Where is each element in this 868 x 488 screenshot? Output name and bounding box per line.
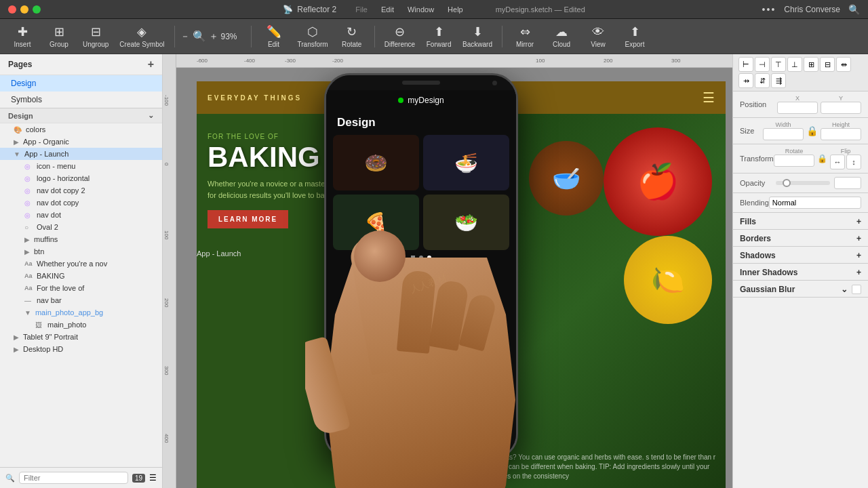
flip-h-button[interactable]: ↔ xyxy=(830,155,845,169)
layer-btn[interactable]: ▶ btn xyxy=(0,245,162,258)
ruler-mark: 200 xyxy=(604,58,612,64)
align-center-h-button[interactable]: ⊣ xyxy=(755,57,770,72)
search-icon[interactable]: 🔍 xyxy=(848,4,860,15)
layer-label: btn xyxy=(34,247,44,256)
page-design[interactable]: Design xyxy=(0,75,162,92)
collapse-icon[interactable]: ▼ xyxy=(24,309,31,317)
layer-app-launch[interactable]: ▼ App - Launch xyxy=(0,148,162,160)
view-button[interactable]: 👁 View xyxy=(581,22,615,52)
page-symbols[interactable]: Symbols xyxy=(0,92,162,108)
menu-edit[interactable]: Edit xyxy=(381,5,394,14)
close-dot[interactable] xyxy=(8,5,16,14)
layer-nav-dot[interactable]: ◎ nav dot xyxy=(0,209,162,221)
size-height-input[interactable] xyxy=(821,128,861,140)
backward-button[interactable]: ⬇ Backward xyxy=(458,22,496,52)
cloud-button[interactable]: ☁ Cloud xyxy=(545,22,578,52)
fills-add-icon[interactable]: + xyxy=(856,217,861,226)
opacity-input[interactable] xyxy=(834,177,861,189)
blending-select[interactable]: Normal xyxy=(769,197,861,209)
expand-icon[interactable]: ▶ xyxy=(14,333,19,341)
layer-mode-icon[interactable]: ☰ xyxy=(149,473,157,483)
distribute-center-button[interactable]: ⇶ xyxy=(771,73,786,88)
layer-nav-dot-copy[interactable]: ◎ nav dot copy xyxy=(0,197,162,209)
distribute-h-button[interactable]: ⇹ xyxy=(836,57,851,72)
add-page-button[interactable]: + xyxy=(148,58,154,70)
flip-label: Flip xyxy=(830,148,861,155)
rotate-input[interactable] xyxy=(774,155,814,167)
edit-icon: ✏️ xyxy=(267,24,281,39)
rotate-button[interactable]: ↻ Rotate xyxy=(335,22,369,52)
hero-cta-button[interactable]: LEARN MORE xyxy=(208,210,288,228)
layer-text-whether[interactable]: Aa Whether you're a nov xyxy=(0,258,162,270)
minimize-dot[interactable] xyxy=(20,5,28,14)
expand-icon[interactable]: ▶ xyxy=(24,236,30,243)
gaussian-blur-dropdown-icon[interactable]: ⌄ xyxy=(841,285,848,294)
shadows-header[interactable]: Shadows + xyxy=(733,247,868,263)
layer-desktop[interactable]: ▶ Desktop HD xyxy=(0,343,162,355)
difference-button[interactable]: ⊖ Difference xyxy=(380,22,419,52)
transform-button[interactable]: ⬡ Transform xyxy=(294,22,332,52)
distribute-v-button[interactable]: ⇸ xyxy=(738,73,753,88)
group-button[interactable]: ⊞ Group xyxy=(42,22,76,52)
layers-collapse[interactable]: ⌄ xyxy=(148,111,154,120)
inner-shadows-header[interactable]: Inner Shadows + xyxy=(733,264,868,280)
export-button[interactable]: ⬆ Export xyxy=(618,22,652,52)
borders-header[interactable]: Borders + xyxy=(733,230,868,246)
menu-file[interactable]: File xyxy=(355,5,368,14)
phone-speaker xyxy=(402,81,440,85)
edit-button[interactable]: ✏️ Edit xyxy=(257,22,291,52)
menu-help[interactable]: Help xyxy=(448,5,463,14)
mirror-button[interactable]: ⇔ Mirror xyxy=(508,22,542,52)
ungroup-button[interactable]: ⊟ Ungroup xyxy=(79,22,113,52)
canvas-area[interactable]: -600 -400 -300 -200 100 200 300 -100 0 1… xyxy=(163,54,732,488)
align-center-v-button[interactable]: ⊞ xyxy=(804,57,818,72)
layer-text-baking[interactable]: Aa BAKING xyxy=(0,270,162,282)
layer-colors[interactable]: 🎨 colors xyxy=(0,123,162,136)
inner-shadows-add-icon[interactable]: + xyxy=(856,268,861,277)
zoom-out-icon[interactable]: － xyxy=(180,30,190,43)
expand-icon[interactable]: ▶ xyxy=(14,346,19,353)
gaussian-blur-checkbox[interactable] xyxy=(852,285,861,294)
expand-icon[interactable]: ▶ xyxy=(24,248,30,256)
layer-tablet[interactable]: ▶ Tablet 9" Portrait xyxy=(0,331,162,343)
layer-logo[interactable]: ◎ logo - horizontal xyxy=(0,172,162,184)
opacity-slider[interactable] xyxy=(776,181,830,185)
layer-text-forthe[interactable]: Aa For the love of xyxy=(0,282,162,294)
layer-oval2[interactable]: ○ Oval 2 xyxy=(0,221,162,233)
menu-window[interactable]: Window xyxy=(408,5,434,14)
align-right-button[interactable]: ⊤ xyxy=(771,57,786,72)
zoom-controls[interactable]: － 🔍 ＋ 93% xyxy=(180,30,245,43)
fills-header[interactable]: Fills + xyxy=(733,213,868,229)
position-x-input[interactable] xyxy=(777,102,818,114)
distribute-top-button[interactable]: ⇵ xyxy=(755,73,770,88)
forward-button[interactable]: ⬆ Forward xyxy=(422,22,456,52)
gaussian-blur-header[interactable]: Gaussian Blur ⌄ xyxy=(733,281,868,297)
zoom-in-icon[interactable]: ＋ xyxy=(209,30,218,43)
borders-add-icon[interactable]: + xyxy=(856,234,861,243)
window-controls[interactable] xyxy=(8,5,41,14)
fullscreen-dot[interactable] xyxy=(33,5,41,14)
align-bottom-button[interactable]: ⊟ xyxy=(820,57,835,72)
filter-input[interactable] xyxy=(19,472,128,484)
layer-app-organic[interactable]: ▶ App - Organic xyxy=(0,136,162,148)
layer-main-photo-bg[interactable]: ▼ main_photo_app_bg xyxy=(0,306,162,319)
expand-icon[interactable]: ▶ xyxy=(14,138,19,146)
layer-icon-menu[interactable]: ◎ icon - menu xyxy=(0,160,162,172)
lock-icon[interactable]: 🔒 xyxy=(806,125,818,136)
layer-nav-dot-copy2[interactable]: ◎ nav dot copy 2 xyxy=(0,184,162,197)
align-top-button[interactable]: ⊥ xyxy=(787,57,802,72)
layers-title: Design xyxy=(8,112,33,120)
size-width-input[interactable] xyxy=(763,128,804,140)
dots-menu[interactable]: ••• xyxy=(762,4,776,15)
create-symbol-button[interactable]: ◈ Create Symbol xyxy=(115,22,168,52)
layer-muffins[interactable]: ▶ muffins xyxy=(0,233,162,245)
layer-nav-bar[interactable]: — nav bar xyxy=(0,294,162,306)
flip-v-button[interactable]: ↕ xyxy=(846,155,861,169)
size-inputs: Width 🔒 Height xyxy=(763,121,861,140)
layer-main-photo[interactable]: 🖼 main_photo xyxy=(0,319,162,331)
align-left-button[interactable]: ⊢ xyxy=(738,57,753,72)
shadows-add-icon[interactable]: + xyxy=(856,251,861,260)
insert-button[interactable]: ✚ Insert xyxy=(5,22,39,52)
collapse-icon[interactable]: ▼ xyxy=(14,150,20,158)
position-y-input[interactable] xyxy=(821,102,861,114)
